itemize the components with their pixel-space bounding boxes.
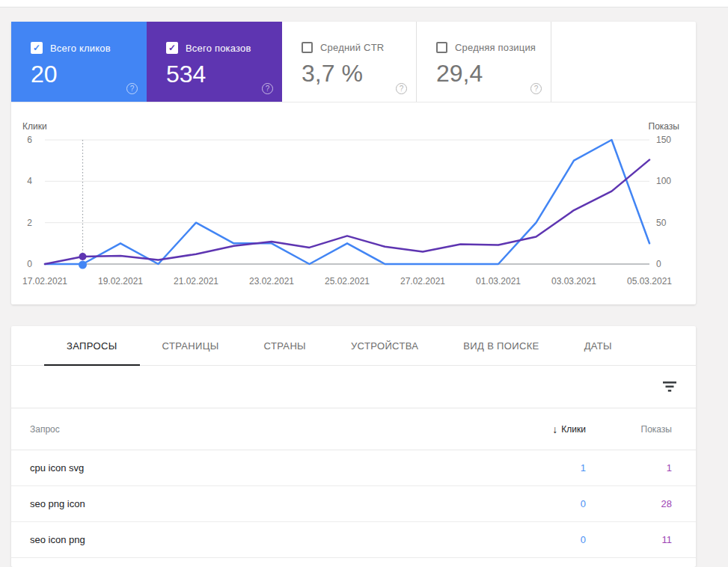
performance-panel: ✓ Всего кликов 20 ? ✓ Всего показов 534 … [11, 22, 696, 304]
top-white-strip [0, 0, 728, 7]
metric-card-average-position[interactable]: Средняя позиция 29,4 ? [417, 22, 551, 102]
metric-card-header: ✓ Всего показов [166, 42, 282, 54]
sort-descending-icon: ↓ [552, 423, 557, 435]
y-axis-tick-clicks: 0 [27, 259, 32, 269]
checkmark-icon: ✓ [33, 43, 40, 52]
traffic-line-chart[interactable]: 0246050100150КликиПоказы17.02.202119.02.… [11, 102, 696, 304]
ctr-checkbox[interactable] [302, 42, 313, 53]
x-axis-tick: 01.03.2021 [476, 276, 521, 286]
y-axis-tick-impressions: 150 [656, 135, 671, 145]
help-icon[interactable]: ? [530, 83, 542, 94]
x-axis-tick: 03.03.2021 [551, 276, 596, 286]
query-cell: cpu icon svg [11, 462, 489, 473]
query-cell: seo icon png [11, 534, 489, 545]
metric-card-label: Всего показов [186, 43, 251, 54]
x-axis-tick: 21.02.2021 [174, 276, 218, 286]
filter-list-icon[interactable] [663, 381, 676, 392]
hover-marker-clicks [79, 261, 87, 269]
metric-card-label: Всего кликов [50, 43, 111, 54]
column-header-clicks-label: Клики [561, 424, 586, 435]
y-axis-tick-clicks: 2 [27, 218, 32, 228]
metric-card-total-clicks[interactable]: ✓ Всего кликов 20 ? [11, 22, 147, 102]
x-axis-tick: 23.02.2021 [249, 276, 294, 286]
clicks-cell: 0 [489, 534, 586, 545]
impressions-cell: 1 [586, 462, 696, 473]
column-header-query[interactable]: Запрос [11, 424, 489, 435]
clicks-cell: 1 [489, 462, 586, 473]
tab-pages[interactable]: СТРАНИЦЫ [140, 326, 242, 365]
left-axis-title: Клики [22, 121, 47, 132]
hover-marker-impressions [79, 253, 87, 260]
clicks-cell: 0 [489, 498, 586, 509]
y-axis-tick-impressions: 0 [656, 259, 661, 269]
dimension-tabs: ЗАПРОСЫ СТРАНИЦЫ СТРАНЫ УСТРОЙСТВА ВИД В… [11, 326, 696, 366]
help-icon[interactable]: ? [262, 83, 273, 94]
metric-card-total-impressions[interactable]: ✓ Всего показов 534 ? [147, 22, 282, 102]
help-icon[interactable]: ? [396, 83, 407, 94]
impressions-checkbox[interactable]: ✓ [166, 42, 178, 54]
column-header-impressions[interactable]: Показы [586, 424, 696, 435]
help-icon[interactable]: ? [126, 83, 138, 94]
y-axis-tick-clicks: 4 [27, 176, 32, 186]
x-axis-tick: 19.02.2021 [98, 276, 143, 286]
clicks-checkbox[interactable]: ✓ [31, 42, 43, 54]
right-axis-title: Показы [649, 121, 679, 132]
tab-countries[interactable]: СТРАНЫ [242, 326, 328, 365]
page-content: ✓ Всего кликов 20 ? ✓ Всего показов 534 … [0, 7, 728, 567]
table-header-row: Запрос ↓ Клики Показы [11, 408, 696, 450]
search-console-performance-screen: ✓ Всего кликов 20 ? ✓ Всего показов 534 … [0, 0, 728, 567]
metric-card-header: Средний CTR [302, 42, 416, 53]
metric-card-header: ✓ Всего кликов [31, 42, 147, 54]
metric-card-label: Средний CTR [320, 42, 384, 53]
y-axis-tick-impressions: 100 [656, 176, 671, 186]
tab-queries[interactable]: ЗАПРОСЫ [44, 326, 140, 365]
x-axis-tick: 25.02.2021 [325, 276, 370, 286]
column-header-clicks[interactable]: ↓ Клики [489, 423, 586, 435]
checkmark-icon: ✓ [168, 43, 176, 52]
metric-card-average-ctr[interactable]: Средний CTR 3,7 % ? [282, 22, 417, 102]
table-row[interactable]: cpu icon svg 1 1 [11, 450, 696, 486]
chart-canvas: 0246050100150КликиПоказы17.02.202119.02.… [11, 102, 696, 304]
tab-search-appearance[interactable]: ВИД В ПОИСКЕ [441, 326, 561, 365]
table-row[interactable]: seo png icon 0 28 [11, 486, 696, 522]
impressions-cell: 11 [586, 534, 696, 545]
query-cell: seo png icon [11, 498, 489, 509]
tab-devices[interactable]: УСТРОЙСТВА [328, 326, 441, 365]
series-line-clicks [45, 140, 649, 264]
position-checkbox[interactable] [436, 42, 447, 53]
impressions-cell: 28 [586, 498, 696, 509]
x-axis-tick: 05.03.2021 [627, 276, 672, 286]
y-axis-tick-impressions: 50 [656, 218, 667, 228]
table-filter-row [11, 366, 696, 408]
table-row[interactable]: seo icon png 0 11 [11, 522, 696, 558]
queries-table-panel: ЗАПРОСЫ СТРАНИЦЫ СТРАНЫ УСТРОЙСТВА ВИД В… [11, 326, 696, 567]
series-line-impressions [45, 160, 649, 264]
x-axis-tick: 27.02.2021 [400, 276, 445, 286]
y-axis-tick-clicks: 6 [27, 135, 32, 145]
x-axis-tick: 17.02.2021 [22, 276, 67, 286]
tab-dates[interactable]: ДАТЫ [562, 326, 634, 365]
metric-cards-row: ✓ Всего кликов 20 ? ✓ Всего показов 534 … [11, 22, 696, 102]
metric-card-label: Средняя позиция [455, 42, 536, 53]
metric-card-header: Средняя позиция [436, 42, 551, 53]
